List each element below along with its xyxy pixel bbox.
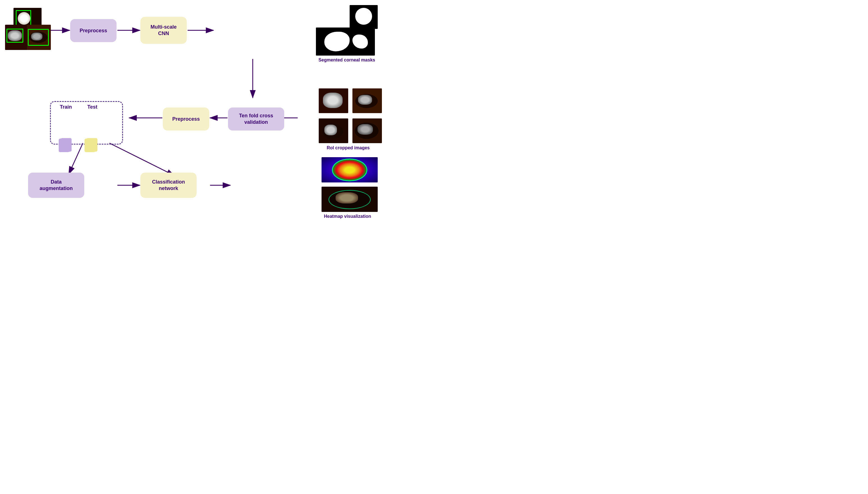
heatmap-visualization-label: Heatmap visualization — [317, 214, 378, 219]
svg-line-18 — [110, 143, 174, 175]
corneal-masks-images — [316, 5, 378, 56]
train-test-box: Train Test — [50, 101, 123, 145]
eye-input-images — [5, 8, 49, 51]
roi-cropped-images-label: RoI cropped images — [320, 146, 376, 150]
ten-fold-box: Ten fold cross validation — [228, 108, 284, 131]
preprocess1-box: Preprocess — [70, 19, 116, 42]
data-augmentation-box: Data augmentation — [28, 173, 84, 198]
segmented-corneal-masks-label: Segmented corneal masks — [313, 58, 381, 62]
diagram: Preprocess Multi-scale CNN Segmented cor… — [0, 0, 393, 225]
heatmap-images — [319, 157, 382, 212]
roi-images — [319, 89, 382, 143]
test-label: Test — [87, 104, 97, 110]
preprocess2-box: Preprocess — [163, 108, 209, 131]
classification-network-box: Classification network — [141, 173, 197, 198]
train-label: Train — [60, 104, 72, 110]
multiscale-cnn-box: Multi-scale CNN — [141, 17, 187, 44]
